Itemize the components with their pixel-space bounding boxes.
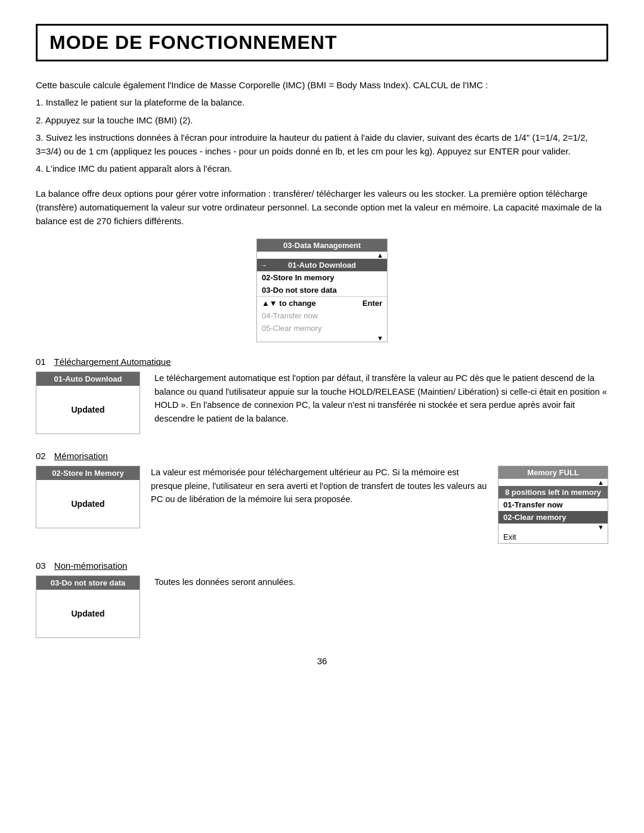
section-03-content: 03-Do not store data Updated Toutes les …: [36, 575, 608, 638]
section-02-heading-row: 02 Mémorisation: [36, 451, 608, 461]
memory-scroll-down: ▼: [499, 524, 608, 531]
section-03-description: Toutes les données seront annulées.: [154, 575, 608, 589]
intro-paragraph1: Cette bascule calcule également l'Indice…: [36, 78, 608, 92]
section-03-display-body: Updated: [36, 590, 140, 637]
intro-section: Cette bascule calcule également l'Indice…: [36, 78, 608, 176]
center-menu-diagram: 03-Data Management ▲ → 01-Auto Download …: [256, 239, 388, 342]
section-01-updated: Updated: [41, 405, 135, 414]
section-03: 03 Non-mémorisation 03-Do not store data…: [36, 561, 608, 638]
section-02-display-body: Updated: [36, 480, 140, 528]
intro-step3: 3. Suivez les instructions données à l'é…: [36, 131, 608, 159]
section-02-display: 02-Store In Memory Updated: [36, 466, 140, 528]
section-03-heading-row: 03 Non-mémorisation: [36, 561, 608, 571]
section-02-description: La valeur est mémorisée pour téléchargem…: [151, 466, 487, 506]
section-02-content: 02-Store In Memory Updated La valeur est…: [36, 466, 608, 544]
menu-nav-row: ▲▼ to change Enter: [257, 296, 387, 309]
section-03-display-header: 03-Do not store data: [36, 576, 140, 590]
section-01-heading-row: 01 Téléchargement Automatique: [36, 357, 608, 367]
scroll-down-indicator: ▼: [257, 335, 387, 342]
section-03-display: 03-Do not store data Updated: [36, 575, 140, 638]
menu-item2: 02-Store In memory: [257, 271, 387, 284]
section-02-display-header: 02-Store In Memory: [36, 466, 140, 480]
arrow-indicator: →: [260, 261, 267, 270]
menu-dimmed1: 04-Transfer now: [257, 309, 387, 322]
memory-scroll-up: ▲: [499, 479, 608, 486]
intro-step1: 1. Installez le patient sur la plateform…: [36, 95, 608, 109]
intro-paragraph2: La balance offre deux options pour gérer…: [36, 187, 608, 228]
memory-full-header: Memory FULL: [499, 466, 608, 479]
scroll-up-indicator: ▲: [257, 252, 387, 259]
section-01-description: Le téléchargement automatique est l'opti…: [154, 371, 608, 425]
section-01-display-body: Updated: [36, 386, 140, 433]
memory-clear-memory: 02-Clear memory: [499, 511, 608, 524]
center-menu-wrapper: 03-Data Management ▲ → 01-Auto Download …: [36, 239, 608, 342]
section-01: 01 Téléchargement Automatique 01-Auto Do…: [36, 357, 608, 434]
section-02-updated: Updated: [41, 499, 135, 509]
menu-dimmed2: 05-Clear memory: [257, 322, 387, 335]
menu-header: 03-Data Management: [257, 239, 387, 252]
title-box: MODE DE FONCTIONNEMENT: [36, 24, 608, 61]
section-01-display: 01-Auto Download Updated: [36, 371, 140, 434]
menu-active-item: → 01-Auto Download: [257, 259, 387, 271]
memory-positions-left: 8 positions left in memory: [499, 486, 608, 498]
intro-step2: 2. Appuyez sur la touche IMC (BMI) (2).: [36, 113, 608, 127]
section-03-updated: Updated: [41, 609, 135, 618]
section-01-display-header: 01-Auto Download: [36, 372, 140, 386]
memory-exit: Exit: [499, 531, 608, 543]
page-number: 36: [36, 656, 608, 666]
menu-item3: 03-Do not store data: [257, 284, 387, 296]
section-01-content: 01-Auto Download Updated Le téléchargeme…: [36, 371, 608, 434]
section-02: 02 Mémorisation 02-Store In Memory Updat…: [36, 451, 608, 544]
page-title: MODE DE FONCTIONNEMENT: [49, 32, 337, 53]
memory-transfer-now: 01-Transfer now: [499, 498, 608, 511]
section-02-memory-display: Memory FULL ▲ 8 positions left in memory…: [498, 466, 608, 544]
intro-step4: 4. L'indice IMC du patient apparaît alor…: [36, 162, 608, 175]
